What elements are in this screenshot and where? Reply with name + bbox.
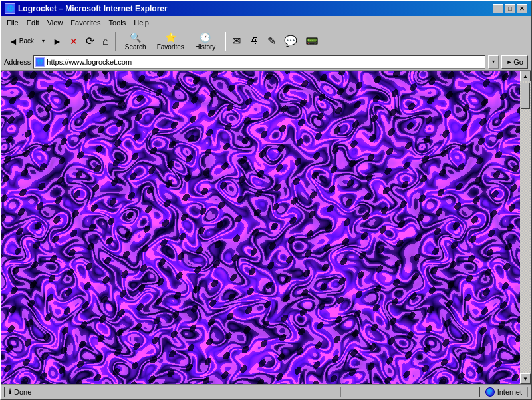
home-button[interactable]: ⌂ bbox=[99, 31, 112, 52]
favorites-button[interactable]: ⭐ Favorites bbox=[154, 31, 188, 52]
back-dropdown-button[interactable]: ▾ bbox=[39, 31, 48, 52]
back-group: ◄ Back ▾ bbox=[4, 31, 48, 52]
address-dropdown-icon: ▾ bbox=[492, 59, 495, 65]
close-button[interactable]: ✕ bbox=[517, 4, 527, 13]
go-label: Go bbox=[513, 58, 523, 66]
edit-icon: ✎ bbox=[267, 35, 276, 47]
address-input[interactable] bbox=[47, 58, 483, 66]
address-dropdown-button[interactable]: ▾ bbox=[488, 55, 499, 69]
web-content bbox=[1, 71, 531, 384]
address-label: Address bbox=[4, 58, 31, 66]
browser-icon: 🌐 bbox=[5, 3, 15, 14]
refresh-button[interactable]: ⟳ bbox=[82, 31, 98, 52]
scroll-up-icon: ▲ bbox=[523, 73, 528, 79]
history-button[interactable]: 🕐 History bbox=[189, 31, 222, 52]
status-text-section: ℹ Done bbox=[4, 387, 341, 397]
search-label: Search bbox=[125, 43, 146, 51]
scroll-up-button[interactable]: ▲ bbox=[520, 71, 531, 81]
browser-window: 🌐 Logrocket – Microsoft Internet Explore… bbox=[0, 0, 532, 400]
discuss-icon: 💬 bbox=[284, 35, 297, 47]
discuss-button[interactable]: 💬 bbox=[281, 31, 301, 52]
menu-tools[interactable]: Tools bbox=[105, 17, 130, 28]
back-dropdown-icon: ▾ bbox=[42, 38, 45, 44]
page-canvas bbox=[1, 71, 531, 384]
window-controls: ─ □ ✕ bbox=[493, 4, 527, 13]
status-zone-text: Internet bbox=[497, 388, 522, 396]
print-button[interactable]: 🖨 bbox=[245, 31, 263, 52]
stop-button[interactable]: ✕ bbox=[66, 31, 81, 52]
toolbar: ◄ Back ▾ ► ✕ ⟳ ⌂ 🔍 Search bbox=[1, 29, 531, 53]
separator-1 bbox=[115, 32, 116, 51]
favorites-label: Favorites bbox=[157, 43, 184, 51]
search-icon: 🔍 bbox=[130, 32, 141, 43]
globe-icon: 🌐 bbox=[485, 387, 495, 397]
address-bar: Address 🌐 ▾ ► Go bbox=[1, 53, 531, 71]
window-title: Logrocket – Microsoft Internet Explorer bbox=[18, 4, 168, 13]
edit-button[interactable]: ✎ bbox=[264, 31, 279, 52]
messenger-button[interactable]: 📟 bbox=[302, 31, 322, 52]
status-bar: ℹ Done 🌐 Internet bbox=[1, 384, 531, 399]
mail-button[interactable]: ✉ bbox=[229, 31, 244, 52]
status-icon: ℹ bbox=[9, 387, 11, 396]
title-bar-left: 🌐 Logrocket – Microsoft Internet Explore… bbox=[5, 3, 168, 14]
maximize-button[interactable]: □ bbox=[505, 4, 515, 13]
scroll-down-icon: ▼ bbox=[523, 376, 528, 382]
menu-edit[interactable]: Edit bbox=[23, 17, 43, 28]
forward-icon: ► bbox=[53, 36, 62, 47]
go-button[interactable]: ► Go bbox=[501, 55, 528, 69]
minimize-button[interactable]: ─ bbox=[493, 4, 503, 13]
status-text: Done bbox=[14, 388, 31, 396]
separator-2 bbox=[225, 32, 226, 51]
forward-button[interactable]: ► bbox=[49, 31, 65, 52]
search-button[interactable]: 🔍 Search bbox=[119, 31, 152, 52]
home-icon: ⌂ bbox=[102, 35, 109, 47]
menu-favorites[interactable]: Favorites bbox=[66, 17, 104, 28]
mail-icon: ✉ bbox=[232, 35, 241, 47]
scrollbar-track[interactable] bbox=[520, 81, 531, 373]
favorites-icon: ⭐ bbox=[165, 32, 176, 43]
menu-view[interactable]: View bbox=[43, 17, 67, 28]
scrollbar-vertical: ▲ ▼ bbox=[520, 71, 531, 384]
back-button[interactable]: ◄ Back bbox=[4, 31, 39, 52]
menu-bar: File Edit View Favorites Tools Help bbox=[1, 16, 531, 29]
content-area: ▲ ▼ bbox=[1, 71, 531, 384]
scroll-down-button[interactable]: ▼ bbox=[520, 373, 531, 384]
menu-file[interactable]: File bbox=[3, 17, 23, 28]
back-icon: ◄ bbox=[9, 36, 18, 47]
print-icon: 🖨 bbox=[249, 35, 259, 47]
title-bar: 🌐 Logrocket – Microsoft Internet Explore… bbox=[1, 1, 531, 16]
go-arrow-icon: ► bbox=[506, 59, 512, 65]
stop-icon: ✕ bbox=[70, 36, 78, 47]
scrollbar-thumb[interactable] bbox=[521, 83, 530, 109]
back-label: Back bbox=[19, 37, 34, 45]
history-icon: 🕐 bbox=[200, 32, 211, 43]
refresh-icon: ⟳ bbox=[86, 35, 94, 47]
history-label: History bbox=[195, 43, 215, 51]
messenger-icon: 📟 bbox=[305, 35, 319, 47]
address-input-wrapper: 🌐 bbox=[33, 55, 485, 69]
address-favicon: 🌐 bbox=[35, 57, 45, 67]
status-zone-section: 🌐 Internet bbox=[479, 387, 528, 397]
menu-help[interactable]: Help bbox=[130, 17, 153, 28]
